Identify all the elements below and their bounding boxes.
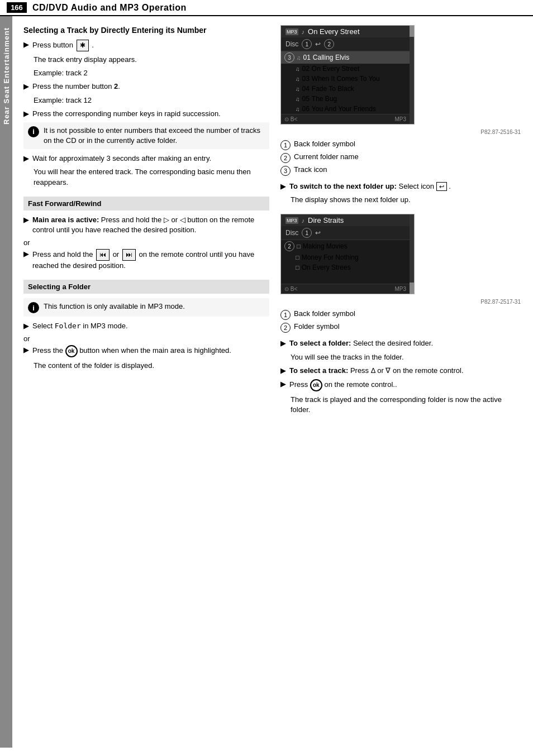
bullet-text-press-2: Press the number button 2. <box>32 82 120 92</box>
section-title-track: Selecting a Track by Directly Entering i… <box>23 25 269 35</box>
num-list-1-text-0: Back folder symbol <box>294 140 355 150</box>
num-list-1-text-2: Track icon <box>294 165 327 176</box>
ok-circle-button: ok <box>65 345 78 357</box>
bullet-select-track: ▶ To select a track: Press Δ or ∇ on the… <box>280 366 521 376</box>
header-bar: 166 CD/DVD Audio and MP3 Operation <box>0 0 533 16</box>
screen1-row-0: 3 ♫ 01 Calling Elvis <box>281 51 410 64</box>
folder-code: Folder <box>55 322 81 330</box>
select-track-bold: To select a track: <box>289 366 348 375</box>
screen1-row-5-num: 06 <box>302 105 310 113</box>
screen1-row-1-name: On Every Street <box>312 65 359 73</box>
screen1-row-3-name: Fade To Black <box>312 85 354 93</box>
num-circle-2-1: 2 <box>280 323 291 333</box>
bullet-arrow-st: ▶ <box>280 366 286 375</box>
rewind-button: ⏮ <box>96 249 110 261</box>
bullet-text-okr: Press ok on the remote control.. <box>289 379 397 391</box>
bullet-arrow-sfr: ▶ <box>280 339 286 347</box>
screen1-row-2-name: When It Comes To You <box>312 75 380 83</box>
info-block-2: i This function is only available in MP3… <box>23 298 269 317</box>
bullet-arrow-wait: ▶ <box>23 154 29 162</box>
bullet-rapid: ▶ Press the corresponding number keys in… <box>23 109 269 119</box>
num-circle-1-1: 2 <box>280 153 291 163</box>
to-switch-bold: To switch to the next folder up: <box>289 182 397 190</box>
screen2-back-icon: ↩ <box>315 229 321 237</box>
example-track-12: Example: track 12 <box>23 95 269 106</box>
num-list-2-item-0: 1 Back folder symbol <box>280 309 521 320</box>
screen2-row-2-icon: □ <box>296 264 299 271</box>
bullet-arrow-2: ▶ <box>23 82 29 90</box>
screen2-footer-icon: ⊙ B< <box>284 286 297 292</box>
num-circle-1-0: 1 <box>280 140 291 150</box>
screen2-folder-num: 2 <box>284 241 294 251</box>
section-box-folder: Selecting a Folder <box>23 280 269 294</box>
screen1-with-scroll: MP3 ♪ On Every Street Disc 1 ↩ 2 <box>281 26 414 124</box>
sub-select-folder: You will see the tracks in the folder. <box>280 352 521 362</box>
num-list-1-item-2: 3 Track icon <box>280 165 521 176</box>
screen1-row-0-num: 01 <box>303 54 311 61</box>
info-icon-1: i <box>28 126 39 137</box>
screen1-folder-num: 2 <box>324 39 334 49</box>
forward-button: ⏭ <box>122 249 136 261</box>
back-folder-icon: ↩ <box>436 182 447 191</box>
num-list-1-text-1: Current folder name <box>294 152 359 163</box>
sub-next-folder: The display shows the next folder up. <box>280 195 521 205</box>
screen1-row-0-badge: 3 <box>284 52 294 63</box>
num-circle-2-0: 1 <box>280 310 291 320</box>
screen1-back-icon: ↩ <box>315 40 321 48</box>
bullet-text-rapid: Press the corresponding number keys in r… <box>32 109 221 119</box>
info-block-1: i It is not possible to enter numbers th… <box>23 122 269 149</box>
bullet-text-press-hold: Press and hold the ⏮ or ⏭ on the remote … <box>32 249 269 271</box>
screen1-row-3-num: 04 <box>302 85 310 93</box>
screen2-row-0-name: Making Movies <box>303 242 348 250</box>
screen2-empty-row <box>281 272 410 284</box>
section-box-ff: Fast Forward/Rewind <box>23 197 269 210</box>
screen2-row-1-name: Money For Nothing <box>302 253 359 261</box>
screen2-row-2: □ On Every Strees <box>281 262 410 272</box>
bullet-text-main-area: Main area is active: Press and hold the … <box>32 215 269 235</box>
screen2-row-2-name: On Every Strees <box>302 264 351 271</box>
bullet-arrow-ff2: ▶ <box>23 250 29 258</box>
screen1-image: MP3 ♪ On Every Street Disc 1 ↩ 2 <box>280 25 415 125</box>
screen1-row-4-name: The Bug <box>312 95 337 103</box>
left-column: Selecting a Track by Directly Entering i… <box>23 25 269 736</box>
num-list-2-text-1: Folder symbol <box>294 322 340 333</box>
or-line-ff: or <box>23 238 269 247</box>
bullet-arrow-ok: ▶ <box>23 346 29 354</box>
screen2-row-1: □ Money For Nothing <box>281 252 410 262</box>
screen1-mp3-icon: MP3 <box>285 28 298 35</box>
num-list-2-text-0: Back folder symbol <box>294 309 355 320</box>
sub-track-entry: The track entry display appears. <box>23 55 269 65</box>
right-column: MP3 ♪ On Every Street Disc 1 ↩ 2 <box>280 25 521 736</box>
screen1-title: On Every Street <box>308 27 359 36</box>
screen2-folder-icon: □ <box>297 243 301 250</box>
screen1-row-1-icon: ♫ <box>296 66 300 72</box>
sidebar-tab-text: Rear Seat Entertainment <box>2 27 11 125</box>
bullet-press-hold: ▶ Press and hold the ⏮ or ⏭ on the remot… <box>23 249 269 271</box>
screen1-header: MP3 ♪ On Every Street <box>281 26 410 37</box>
bullet-press-2: ▶ Press the number button 2. <box>23 82 269 92</box>
screen2-mp3-icon: MP3 <box>285 217 298 224</box>
page-number: 166 <box>7 2 27 13</box>
screen1-disc-row: Disc 1 ↩ 2 <box>281 37 410 51</box>
screen1-row-4-icon: ♫ <box>296 96 300 102</box>
num-list-2: 1 Back folder symbol 2 Folder symbol <box>280 309 521 333</box>
screen1-row-2-icon: ♫ <box>296 76 300 82</box>
screen1-footer-mp3: MP3 <box>394 116 406 122</box>
bullet-text-press-star: Press button ✱ . <box>32 40 94 51</box>
num-list-1-item-1: 2 Current folder name <box>280 152 521 163</box>
screen1-row-2: ♫ 03 When It Comes To You <box>281 74 410 84</box>
num-list-1-item-0: 1 Back folder symbol <box>280 140 521 150</box>
number-2: 2 <box>114 82 118 90</box>
screen2-row-1-icon: □ <box>296 254 299 261</box>
screen2-footer-mp3: MP3 <box>394 286 406 292</box>
screen1-scrollbar-thumb <box>410 26 414 37</box>
sub-wait: You will hear the entered track. The cor… <box>23 167 269 187</box>
content-area: Selecting a Track by Directly Entering i… <box>12 16 533 748</box>
bullet-next-folder: ▶ To switch to the next folder up: Selec… <box>280 181 521 192</box>
num-list-1: 1 Back folder symbol 2 Current folder na… <box>280 140 521 176</box>
screen1-row-4-num: 05 <box>302 95 310 103</box>
main-wrapper: Rear Seat Entertainment Selecting a Trac… <box>0 16 533 748</box>
bullet-select-folder-right: ▶ To select a folder: Select the desired… <box>280 338 521 348</box>
sidebar-column: Rear Seat Entertainment <box>0 16 12 748</box>
screen1-footer-icon: ⊙ B< <box>284 116 297 122</box>
